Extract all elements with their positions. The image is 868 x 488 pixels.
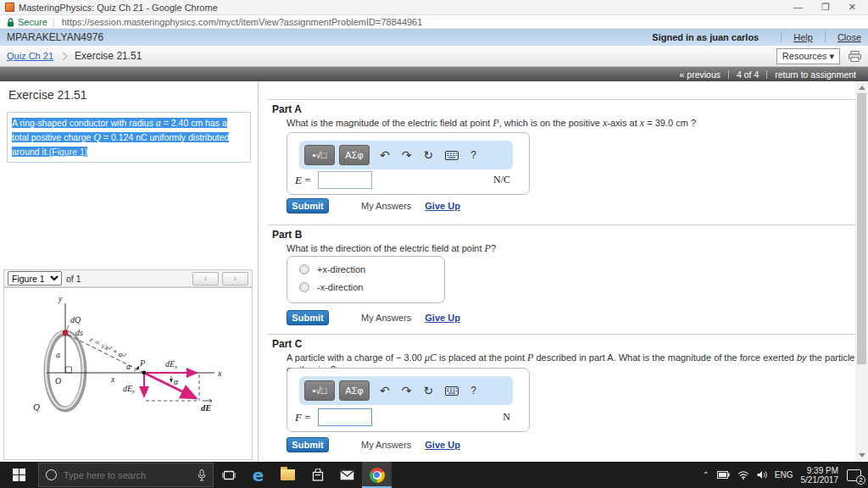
maximize-button[interactable]: ❐ [821, 2, 830, 13]
wifi-icon[interactable] [737, 471, 749, 480]
lock-icon [7, 18, 14, 27]
vector-hat-arrow [203, 399, 212, 402]
figure-label-dQ: dQ [70, 315, 81, 324]
battery-icon[interactable] [717, 471, 730, 479]
task-view-icon[interactable] [214, 462, 243, 488]
part-a-my-answers-button[interactable]: My Answers [361, 201, 411, 211]
breadcrumb-quiz-link[interactable]: Quiz Ch 21 [7, 51, 53, 61]
volume-icon[interactable] [757, 470, 767, 480]
action-center-icon[interactable]: 2 [847, 469, 861, 481]
help-icon[interactable]: ? [470, 149, 476, 161]
store-icon[interactable] [303, 462, 332, 488]
signed-in-label: Signed in as juan carlos [652, 32, 759, 42]
print-icon[interactable] [849, 51, 861, 62]
figure-next-button[interactable]: › [222, 272, 248, 286]
minimize-button[interactable]: — [793, 2, 803, 13]
figure-label-dEx: dEx [165, 359, 178, 370]
equals-sign: = [302, 411, 311, 424]
edge-icon[interactable]: e [243, 462, 273, 488]
var-Q: Q [93, 131, 101, 143]
part-c-answer-input[interactable] [318, 408, 372, 426]
mail-icon[interactable] [332, 462, 362, 488]
greek-symbols-button[interactable]: ΑΣφ [339, 380, 370, 401]
keyboard-icon[interactable] [445, 151, 459, 160]
undo-icon[interactable]: ↶ [380, 148, 390, 162]
q-text: the particle [807, 352, 855, 363]
edge-glyph: e [253, 467, 264, 484]
language-label[interactable]: ENG [775, 470, 793, 480]
choice-label: +x-direction [317, 264, 365, 274]
part-c-answer-label: F = [295, 411, 311, 424]
clock[interactable]: 9:39 PM 5/21/2017 [801, 466, 839, 485]
redo-icon[interactable]: ↷ [402, 384, 412, 397]
part-c-give-up-link[interactable]: Give Up [425, 440, 460, 450]
dEx-sub: x [174, 363, 178, 370]
charge-element-dot [63, 330, 69, 336]
part-b-question: What is the direction of the electric fi… [287, 242, 496, 255]
keyboard-icon[interactable] [445, 386, 459, 396]
help-link[interactable]: Help [781, 32, 813, 42]
part-b-give-up-link[interactable]: Give Up [425, 313, 460, 323]
choice-row: -x-direction [299, 282, 444, 292]
dEy-sub: y [131, 388, 136, 395]
choice-label: -x-direction [317, 282, 363, 292]
url-text[interactable]: https://session.masteringphysics.com/myc… [62, 17, 423, 27]
reset-icon[interactable]: ↻ [423, 148, 433, 162]
greek-symbols-button[interactable]: ΑΣφ [339, 145, 370, 165]
help-icon[interactable]: ? [470, 385, 476, 396]
scrollbar-thumb[interactable] [857, 93, 866, 364]
item-left-panel: Exercise 21.51 A ring-shaped conductor w… [0, 81, 259, 462]
q-text: described in part A. What is the magnitu… [533, 352, 797, 363]
previous-link[interactable]: « previous [680, 69, 721, 80]
part-c-heading: Part C [272, 338, 302, 350]
figure-label-alpha-left: α [126, 362, 131, 371]
dE-arrow [146, 374, 196, 398]
url-bar[interactable]: Secure | https://session.masteringphysic… [0, 16, 868, 29]
part-c-my-answers-button[interactable]: My Answers [361, 440, 411, 450]
masthead: MPARAKELYAN4976 Signed in as juan carlos… [0, 29, 868, 46]
part-a-answer-input[interactable] [318, 171, 372, 189]
scroll-up-icon[interactable] [859, 86, 865, 90]
q-text-italic: by [797, 352, 807, 363]
figure-toolbar: Figure 1 of 1 ‹ › [3, 269, 253, 287]
part-a-submit-button[interactable]: Submit [287, 198, 329, 214]
templates-button[interactable]: ▪√□ [304, 145, 335, 165]
part-b-submit-row: Submit My Answers Give Up [287, 309, 460, 326]
tray-time: 9:39 PM [801, 466, 839, 475]
resources-dropdown[interactable]: Resources ▾ [776, 48, 840, 64]
section-divider [268, 334, 855, 335]
search-input[interactable] [64, 470, 198, 480]
figure-link[interactable]: (Figure 1) [49, 147, 88, 157]
url-separator: | [53, 17, 55, 27]
close-link[interactable]: Close [825, 32, 861, 42]
microphone-icon[interactable] [198, 469, 206, 481]
page-scrollbar[interactable] [855, 81, 868, 462]
item-right-panel: Part A What is the magnitude of the elec… [259, 81, 855, 462]
radio-plus-x-direction[interactable] [299, 264, 309, 274]
part-c-submit-button[interactable]: Submit [287, 437, 329, 452]
undo-icon[interactable]: ↶ [380, 384, 390, 397]
part-a-unit-label: N/C [493, 174, 510, 186]
part-a-give-up-link[interactable]: Give Up [425, 201, 460, 211]
radio-minus-x-direction[interactable] [299, 282, 309, 292]
redo-icon[interactable]: ↷ [402, 148, 412, 162]
close-window-button[interactable]: ✕ [849, 2, 856, 13]
scroll-down-icon[interactable] [859, 453, 865, 458]
tray-chevron-icon[interactable]: ⌃ [702, 470, 709, 480]
reset-icon[interactable]: ↻ [423, 384, 433, 397]
start-button[interactable] [0, 462, 38, 488]
windows-taskbar: e ⌃ ENG 9:39 PM 5/21/2017 2 [0, 462, 868, 488]
templates-button[interactable]: ▪√□ [304, 380, 335, 401]
file-explorer-icon[interactable] [273, 462, 303, 488]
chrome-icon[interactable] [362, 462, 392, 488]
figure-select[interactable]: Figure 1 [8, 271, 62, 286]
taskbar-search-box[interactable] [38, 463, 214, 487]
return-to-assignment-link[interactable]: return to assignment [775, 69, 856, 80]
exercise-title: Exercise 21.51 [0, 81, 258, 107]
figure-prev-button[interactable]: ‹ [192, 272, 219, 286]
part-b-my-answers-button[interactable]: My Answers [361, 313, 411, 323]
nav-separator [728, 70, 729, 79]
part-b-submit-button[interactable]: Submit [287, 310, 329, 325]
chrome-favicon-icon [5, 3, 14, 12]
var-P: P [485, 242, 491, 254]
